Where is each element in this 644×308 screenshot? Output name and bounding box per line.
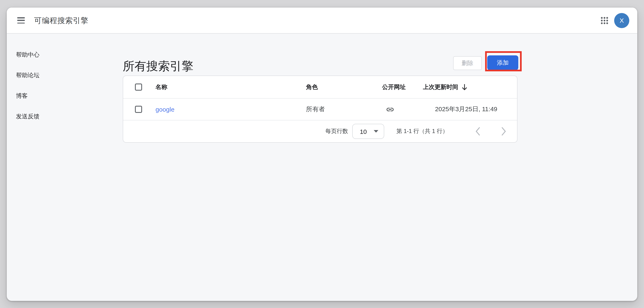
topbar-right: X [601,13,637,28]
column-header-last-updated[interactable]: 上次更新时间 [423,83,517,91]
page: 可编程搜索引擎 X 帮助中心 帮助论坛 博客 发送反馈 [0,0,644,308]
rows-per-page-select[interactable]: 10 [352,124,384,139]
app-title: 可编程搜索引擎 [34,15,88,25]
rows-per-page-label: 每页行数 [325,128,348,135]
delete-button[interactable]: 删除 [453,56,482,70]
sidebar-item-help-forum[interactable]: 帮助论坛 [7,71,116,79]
engine-role-cell: 所有者 [306,105,382,113]
engine-public-url-cell [382,105,423,114]
header-checkbox-cell [123,84,156,91]
table-pagination: 每页行数 10 第 1-1 行（共 1 行） [123,121,517,142]
caret-down-icon [374,130,378,133]
apps-grid-icon[interactable] [601,16,608,24]
column-header-role: 角色 [306,83,382,91]
previous-page-button[interactable] [473,126,482,137]
sidebar-item-blog[interactable]: 博客 [7,92,116,100]
add-button[interactable]: 添加 [487,55,518,70]
row-checkbox-cell [123,106,156,113]
chevron-right-icon [501,126,506,137]
page-title: 所有搜索引擎 [123,60,193,73]
next-page-button[interactable] [499,126,508,137]
menu-icon[interactable] [17,17,25,23]
rows-per-page-value: 10 [360,128,367,135]
table-row: google 所有者 2025年3月25日, 11:49 [123,99,517,121]
engine-last-updated-cell: 2025年3月25日, 11:49 [423,105,517,113]
column-header-public-url: 公开网址 [382,83,423,91]
avatar[interactable]: X [614,13,629,28]
topbar: 可编程搜索引擎 X [7,7,637,33]
content: 帮助中心 帮助论坛 博客 发送反馈 所有搜索引擎 删除 添加 名称 角色 公开网… [7,33,637,301]
chevron-left-icon [475,126,481,137]
select-all-checkbox[interactable] [135,84,142,91]
search-engines-table: 名称 角色 公开网址 上次更新时间 [123,76,518,143]
sort-descending-icon [462,84,468,91]
pagination-range-text: 第 1-1 行（共 1 行） [396,128,448,135]
table-header-row: 名称 角色 公开网址 上次更新时间 [123,76,517,99]
sidebar-item-help-center[interactable]: 帮助中心 [7,50,116,59]
column-header-last-updated-label: 上次更新时间 [423,83,458,91]
row-checkbox[interactable] [135,106,142,113]
engine-name-cell: google [156,106,306,113]
column-header-name: 名称 [156,83,306,91]
app-window: 可编程搜索引擎 X 帮助中心 帮助论坛 博客 发送反馈 [7,7,637,301]
sidebar-item-send-feedback[interactable]: 发送反馈 [7,112,116,121]
sidebar: 帮助中心 帮助论坛 博客 发送反馈 [7,33,116,133]
link-icon[interactable] [386,105,394,114]
engine-name-link[interactable]: google [156,106,174,113]
